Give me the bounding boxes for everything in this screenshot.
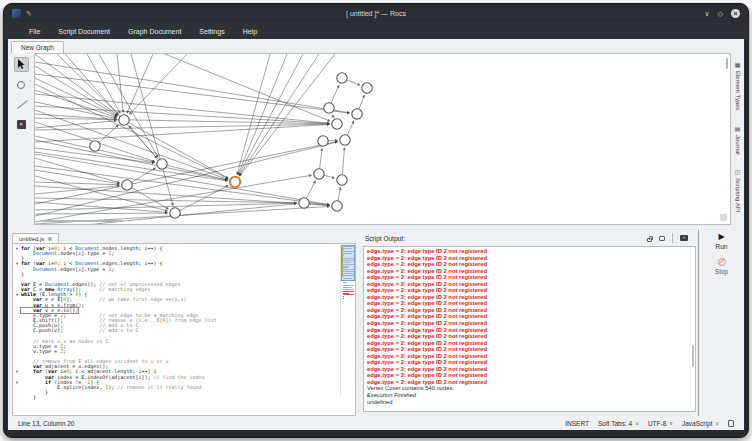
graph-tabbar: New Graph <box>8 39 744 53</box>
sidetab-journal[interactable]: ▤Journal <box>734 125 741 155</box>
status-label: Soft Tabs: 4 <box>598 420 632 427</box>
lock-output-icon[interactable] <box>647 238 652 242</box>
graph-node[interactable] <box>362 83 372 93</box>
minimap-line <box>343 294 354 295</box>
graph-edge <box>239 54 319 176</box>
status-label: JavaScript <box>682 420 712 427</box>
canvas-vscrollbar[interactable] <box>726 58 728 69</box>
code-text: Document.edges[i].type = 1; <box>21 267 114 272</box>
minimize-button[interactable]: ∨ <box>704 9 709 18</box>
menu-item-settings[interactable]: Settings <box>192 26 231 37</box>
app-window: ✎ [ untitled ]* — Rocs ∨ ◇ × FileScript … <box>3 3 749 438</box>
menu-item-help[interactable]: Help <box>236 26 264 37</box>
minimap-viewport[interactable] <box>341 245 355 281</box>
tab-new-graph[interactable]: New Graph <box>11 41 64 53</box>
close-button[interactable]: × <box>731 9 740 18</box>
tab-close-icon[interactable]: ⊗ <box>47 235 52 242</box>
code-text: E.splice(index, 1); // remove it if real… <box>21 385 202 390</box>
status-label: UTF-8 <box>648 420 666 427</box>
graph-edge <box>35 54 118 115</box>
graph-node-selected[interactable] <box>230 177 240 187</box>
line-icon <box>16 100 26 110</box>
code-text: } <box>21 395 36 400</box>
delete-icon: × <box>17 120 26 129</box>
stop-label: Stop <box>715 268 728 275</box>
graph-node[interactable] <box>122 180 132 190</box>
graph-node[interactable] <box>90 141 100 151</box>
canvas-hscrollbar[interactable] <box>41 220 123 222</box>
export-output-icon[interactable] <box>659 236 665 241</box>
graph-node[interactable] <box>337 175 347 185</box>
graph-node[interactable] <box>340 135 350 145</box>
graph-node[interactable] <box>119 115 129 125</box>
graph-node[interactable] <box>352 109 362 119</box>
graph-edge <box>35 62 349 113</box>
run-button[interactable]: ▶ Run <box>716 233 728 250</box>
document-icon[interactable] <box>728 420 734 427</box>
menu-item-graph-document[interactable]: Graph Document <box>121 26 188 37</box>
titlebar[interactable]: ✎ [ untitled ]* — Rocs ∨ ◇ × <box>4 4 748 23</box>
status-soft-tabs-4[interactable]: Soft Tabs: 4∨ <box>598 420 639 427</box>
graph-node[interactable] <box>332 201 342 211</box>
tab-untitled-js[interactable]: untitled.js ⊗ <box>12 233 59 243</box>
run-icon: ▶ <box>718 233 724 241</box>
execution-controls: ▶ Run Stop <box>698 230 744 416</box>
app-icon <box>12 9 21 18</box>
cursor-icon <box>16 59 26 70</box>
script-output-pane: Script Output: » edge.type = 2: edge typ… <box>361 230 698 416</box>
cursor-position: Line 13, Column 20 <box>18 420 565 427</box>
output-scrollbar[interactable] <box>692 345 695 367</box>
divider <box>672 233 673 243</box>
graph-edge <box>117 54 123 112</box>
sidetab-label: Journal <box>735 135 741 155</box>
code-editor-pane: untitled.js ⊗ ▼for (var i=0; i < Documen… <box>8 230 356 416</box>
script-output-console[interactable]: edge.type = 2: edge type ID 2 not regist… <box>363 246 696 412</box>
code-text: v.type = 2; <box>21 349 66 354</box>
stop-button[interactable]: Stop <box>715 258 728 275</box>
right-dock-tabs: ▦Element Types▤Journal◫Scripting API <box>731 53 744 225</box>
graph-edge <box>35 78 117 117</box>
chevron-down-icon: ∨ <box>669 420 673 426</box>
stop-icon <box>718 258 726 266</box>
code-text: Document.nodes[i].type = 1; <box>21 251 114 256</box>
maximize-button[interactable]: ◇ <box>718 9 723 18</box>
editor-tab-label: untitled.js <box>19 236 44 242</box>
graph-node[interactable] <box>324 103 334 113</box>
scripting-api-icon: ◫ <box>734 168 741 175</box>
select-tool-button[interactable] <box>14 57 29 72</box>
graph-edge <box>35 142 338 216</box>
graph-node[interactable] <box>299 198 309 208</box>
delete-tool-button[interactable]: × <box>14 117 29 132</box>
editor-minimap[interactable] <box>340 245 354 395</box>
graph-canvas[interactable] <box>34 53 731 225</box>
graph-node[interactable] <box>170 208 180 218</box>
sidetab-element-types[interactable]: ▦Element Types <box>734 61 741 111</box>
element-types-icon: ▦ <box>734 61 741 68</box>
minimap-line <box>343 282 347 283</box>
graph-node[interactable] <box>157 159 167 169</box>
menu-item-file[interactable]: File <box>22 26 47 37</box>
status-insert[interactable]: INSERT <box>565 420 589 427</box>
status-javascript[interactable]: JavaScript∨ <box>682 420 719 427</box>
graph-node[interactable] <box>332 119 342 129</box>
graph-node[interactable] <box>314 169 324 179</box>
status-utf-8[interactable]: UTF-8∨ <box>648 420 673 427</box>
sidetab-scripting-api[interactable]: ◫Scripting API <box>734 168 741 212</box>
graph-edge <box>87 54 120 113</box>
menubar: FileScript DocumentGraph DocumentSetting… <box>4 23 748 39</box>
debug-console-icon[interactable]: » <box>680 235 688 241</box>
code-text: C.push(v); // add v to C <box>21 328 138 333</box>
code-editor[interactable]: ▼for (var i=0; i < Document.nodes.length… <box>12 243 356 416</box>
journal-icon: ▤ <box>734 125 741 132</box>
graph-edge <box>35 213 167 214</box>
graph-node[interactable] <box>337 73 347 83</box>
graph-node[interactable] <box>318 136 328 146</box>
add-node-tool-button[interactable] <box>14 77 29 92</box>
canvas-resize-corner <box>720 214 727 221</box>
menu-item-script-document[interactable]: Script Document <box>51 26 117 37</box>
code-line[interactable]: } <box>13 395 355 400</box>
graph-edge <box>127 54 153 113</box>
window-title: [ untitled ]* — Rocs <box>122 10 630 17</box>
sidetab-label: Element Types <box>735 71 741 111</box>
add-edge-tool-button[interactable] <box>14 97 29 112</box>
